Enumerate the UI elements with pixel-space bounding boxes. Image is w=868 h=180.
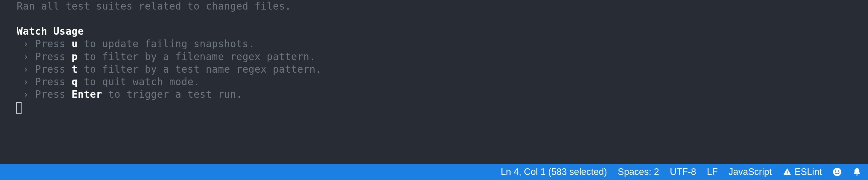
terminal-output: Ran all test suites related to changed f… [0,0,868,117]
terminal-text: Ran all test suites related to changed f… [17,0,851,12]
bell-icon [852,168,861,176]
arrow-icon: › [17,51,35,63]
watch-entry: › Press Enter to trigger a test run. [17,88,851,101]
desc: to trigger a test run. [102,88,242,100]
status-cursor-position[interactable]: Ln 4, Col 1 (583 selected) [501,167,607,177]
status-notifications[interactable] [852,168,861,176]
watch-entry: › Press t to filter by a test name regex… [17,63,851,76]
label-press: Press [35,88,71,100]
desc: to update failing snapshots. [78,38,255,50]
label-press: Press [35,63,71,75]
key: Enter [71,88,102,100]
label-press: Press [35,76,71,87]
key: q [71,76,78,87]
watch-entry: › Press q to quit watch mode. [17,76,851,88]
watch-entry: › Press p to filter by a filename regex … [17,50,851,63]
svg-point-3 [835,171,836,172]
status-eslint-label: ESLint [795,167,822,177]
status-language-mode[interactable]: JavaScript [728,167,772,177]
status-bar: Ln 4, Col 1 (583 selected) Spaces: 2 UTF… [0,164,868,180]
svg-rect-1 [786,173,787,174]
status-feedback[interactable] [833,168,842,176]
svg-rect-0 [786,171,787,173]
status-encoding[interactable]: UTF-8 [670,167,696,177]
key: u [71,38,78,50]
status-eslint[interactable]: ESLint [783,167,822,177]
status-eol[interactable]: LF [707,167,718,177]
warning-icon [783,168,792,176]
key: t [71,63,78,75]
label-press: Press [35,51,71,63]
smiley-icon [833,168,842,176]
status-indentation[interactable]: Spaces: 2 [618,167,659,177]
arrow-icon: › [17,76,35,87]
arrow-icon: › [17,38,35,50]
terminal-cursor[interactable] [16,102,22,114]
desc: to filter by a filename regex pattern. [78,51,315,63]
watch-entry: › Press u to update failing snapshots. [17,38,851,50]
arrow-icon: › [17,88,35,100]
watch-usage-heading: Watch Usage [17,25,851,38]
svg-point-4 [838,171,839,172]
svg-point-2 [833,168,841,176]
desc: to quit watch mode. [78,76,199,87]
key: p [71,51,78,63]
blank-line [17,12,851,25]
label-press: Press [35,38,71,50]
desc: to filter by a test name regex pattern. [78,63,322,75]
arrow-icon: › [17,63,35,75]
